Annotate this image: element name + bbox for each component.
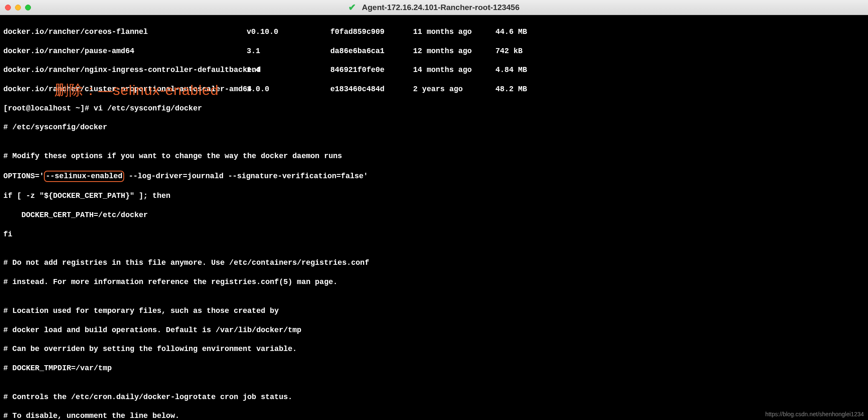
image-repo: docker.io/rancher/pause-amd64 bbox=[3, 46, 247, 56]
file-line: # Can be overriden by setting the follow… bbox=[3, 344, 865, 354]
connected-check-icon: ✔ bbox=[348, 2, 356, 13]
image-id: e183460c484d bbox=[330, 85, 413, 94]
file-line: # Location used for temporary files, suc… bbox=[3, 306, 865, 316]
image-size: 4.84 MB bbox=[495, 65, 527, 75]
image-id: da86e6ba6ca1 bbox=[330, 46, 413, 56]
image-age: 2 years ago bbox=[413, 85, 495, 94]
file-line: fi bbox=[3, 230, 865, 239]
file-line: # Modify these options if you want to ch… bbox=[3, 151, 865, 161]
terminal-output[interactable]: docker.io/rancher/coreos-flannelv0.10.0f… bbox=[0, 15, 868, 420]
file-line: # /etc/sysconfig/docker bbox=[3, 123, 865, 132]
window-titlebar: ✔ Agent-172.16.24.101-Rancher-root-12345… bbox=[0, 0, 868, 15]
image-id: 846921f0fe0e bbox=[330, 65, 413, 75]
file-line: if [ -z "${DOCKER_CERT_PATH}" ]; then bbox=[3, 191, 865, 201]
image-row: docker.io/rancher/nginx-ingress-controll… bbox=[3, 65, 865, 75]
minimize-window-button[interactable] bbox=[15, 5, 21, 10]
file-line: # DOCKER_TMPDIR=/var/tmp bbox=[3, 364, 865, 373]
image-size: 44.6 MB bbox=[495, 27, 527, 37]
close-window-button[interactable] bbox=[5, 5, 11, 10]
file-line: DOCKER_CERT_PATH=/etc/docker bbox=[3, 210, 865, 220]
image-size: 48.2 MB bbox=[495, 85, 527, 94]
selinux-enabled-highlight: --selinux-enabled bbox=[44, 171, 124, 182]
file-line: # docker load and build operations. Defa… bbox=[3, 325, 865, 335]
image-row: docker.io/rancher/pause-amd643.1da86e6ba… bbox=[3, 46, 865, 56]
file-line: # To disable, uncomment the line below. bbox=[3, 411, 865, 420]
image-age: 11 months ago bbox=[413, 27, 495, 37]
image-tag: 1.0.0 bbox=[247, 85, 330, 94]
image-row: docker.io/rancher/coreos-flannelv0.10.0f… bbox=[3, 27, 865, 37]
file-line: # instead. For more information referenc… bbox=[3, 277, 865, 287]
image-repo: docker.io/rancher/coreos-flannel bbox=[3, 27, 247, 37]
image-repo: docker.io/rancher/nginx-ingress-controll… bbox=[3, 65, 247, 75]
image-id: f0fad859c909 bbox=[330, 27, 413, 37]
file-line-options: OPTIONS='--selinux-enabled --log-driver=… bbox=[3, 171, 865, 182]
maximize-window-button[interactable] bbox=[25, 5, 31, 10]
image-tag: v0.10.0 bbox=[247, 27, 330, 37]
image-tag: 3.1 bbox=[247, 46, 330, 56]
file-line: # Do not add registries in this file any… bbox=[3, 258, 865, 268]
image-size: 742 kB bbox=[495, 46, 523, 56]
options-suffix: --log-driver=journald --signature-verifi… bbox=[124, 172, 368, 180]
watermark: https://blog.csdn.net/shenhonglei1234 bbox=[765, 411, 864, 417]
image-tag: 1.4 bbox=[247, 65, 330, 75]
options-prefix: OPTIONS=' bbox=[3, 172, 44, 180]
shell-prompt-line: [root@localhost ~]# vi /etc/sysconfig/do… bbox=[3, 104, 865, 113]
window-title: Agent-172.16.24.101-Rancher-root-123456 bbox=[362, 3, 519, 12]
image-age: 12 months ago bbox=[413, 46, 495, 56]
image-age: 14 months ago bbox=[413, 65, 495, 75]
delete-annotation: 删除：—selinux-enabled bbox=[54, 81, 219, 99]
traffic-lights bbox=[5, 5, 31, 10]
file-line: # Controls the /etc/cron.daily/docker-lo… bbox=[3, 392, 865, 402]
title-center: ✔ Agent-172.16.24.101-Rancher-root-12345… bbox=[348, 2, 519, 13]
